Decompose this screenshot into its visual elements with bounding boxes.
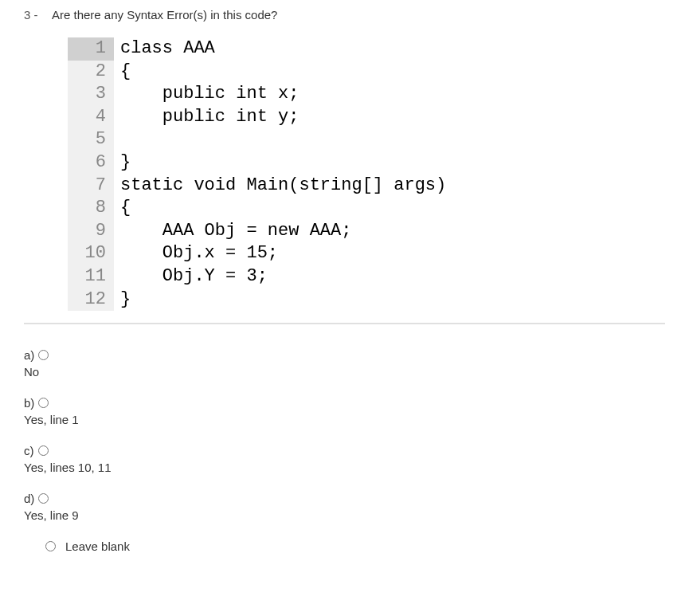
line-content: } (114, 288, 131, 312)
code-line: 1class AAA (68, 37, 526, 61)
option-group: c)Yes, lines 10, 11 (24, 444, 665, 474)
code-line: 2{ (68, 61, 526, 84)
code-line: 4 public int y; (68, 106, 526, 129)
option-text: Yes, lines 10, 11 (24, 461, 665, 474)
option-label-row[interactable]: a) (24, 348, 665, 362)
line-number: 9 (68, 220, 114, 243)
option-label-row[interactable]: d) (24, 492, 665, 505)
line-content: Obj.x = 15; (114, 242, 278, 265)
line-number: 12 (68, 288, 114, 312)
leave-blank-label: Leave blank (65, 539, 130, 553)
option-group: d)Yes, line 9 (24, 492, 665, 522)
code-line: 10 Obj.x = 15; (68, 242, 526, 265)
line-content: public int x; (114, 83, 299, 106)
question-text: Are there any Syntax Error(s) in this co… (52, 8, 277, 22)
line-number: 5 (68, 128, 114, 151)
option-text: No (24, 365, 665, 379)
line-number: 8 (68, 197, 114, 220)
option-label-row[interactable]: b) (24, 396, 665, 410)
line-number: 1 (68, 37, 114, 61)
code-line: 6} (68, 151, 526, 175)
line-number: 3 (68, 83, 114, 106)
question-header: 3 - Are there any Syntax Error(s) in thi… (24, 8, 665, 22)
line-content: public int y; (114, 106, 299, 129)
option-group: b)Yes, line 1 (24, 396, 665, 426)
option-radio[interactable] (38, 398, 49, 408)
option-letter: c) (24, 444, 34, 457)
line-number: 2 (68, 61, 114, 84)
line-number: 7 (68, 175, 114, 198)
option-radio[interactable] (38, 350, 49, 360)
line-number: 4 (68, 106, 114, 129)
option-letter: b) (24, 396, 34, 410)
line-content: } (114, 151, 131, 175)
line-content: { (114, 197, 131, 220)
line-content (114, 128, 120, 151)
leave-blank-radio[interactable] (45, 541, 56, 551)
line-content: static void Main(string[] args) (114, 175, 446, 198)
code-line: 8{ (68, 197, 526, 220)
question-number: 3 - (24, 8, 52, 22)
option-label-row[interactable]: c) (24, 444, 665, 457)
code-line: 9 AAA Obj = new AAA; (68, 220, 526, 243)
options-container: a)Nob)Yes, line 1c)Yes, lines 10, 11d)Ye… (24, 348, 665, 522)
line-content: AAA Obj = new AAA; (114, 220, 351, 243)
line-number: 10 (68, 242, 114, 265)
code-line: 12} (68, 288, 526, 312)
option-group: a)No (24, 348, 665, 379)
option-letter: d) (24, 492, 34, 505)
line-content: class AAA (114, 37, 215, 61)
separator (24, 323, 665, 324)
code-line: 11 Obj.Y = 3; (68, 265, 526, 288)
option-text: Yes, line 1 (24, 413, 665, 426)
option-radio[interactable] (38, 493, 49, 504)
code-line: 7static void Main(string[] args) (68, 175, 526, 198)
line-content: Obj.Y = 3; (114, 265, 268, 288)
option-letter: a) (24, 348, 34, 362)
line-number: 6 (68, 151, 114, 175)
code-line: 5 (68, 128, 526, 151)
option-radio[interactable] (38, 445, 49, 456)
code-line: 3 public int x; (68, 83, 526, 106)
line-content: { (114, 61, 131, 84)
leave-blank-option[interactable]: Leave blank (44, 539, 665, 553)
line-number: 11 (68, 265, 114, 288)
code-block: 1class AAA2{3 public int x;4 public int … (68, 37, 526, 311)
option-text: Yes, line 9 (24, 508, 665, 522)
